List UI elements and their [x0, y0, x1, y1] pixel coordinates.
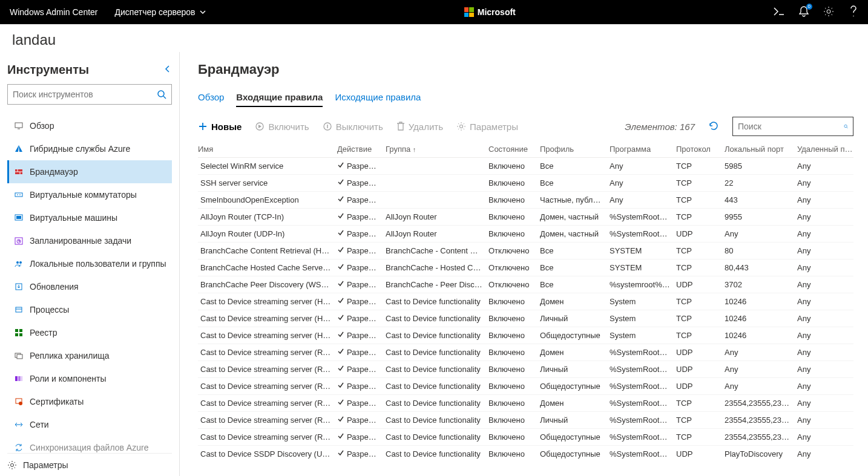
sidebar-item[interactable]: Виртуальные машины — [7, 206, 172, 229]
sidebar-item-label: Реестр — [30, 328, 58, 337]
cell-program: System — [610, 310, 676, 327]
sidebar-item-label: Сертификаты — [30, 397, 84, 406]
column-header[interactable]: Удаленный порт — [797, 141, 853, 158]
table-row[interactable]: AllJoyn Router (UDP-In)Разре…AllJoyn Rou… — [198, 226, 853, 243]
check-icon — [337, 449, 344, 458]
sidebar-item[interactable]: Виртуальные коммутаторы — [7, 183, 172, 206]
cell-state: Включено — [488, 412, 540, 429]
collapse-sidebar-icon[interactable] — [163, 65, 172, 76]
table-row[interactable]: Cast to Device streaming server (RTSP…Ра… — [198, 412, 853, 429]
table-row[interactable]: Cast to Device streaming server (RTCP…Ра… — [198, 378, 853, 395]
table-row[interactable]: Cast to Device streaming server (RTSP…Ра… — [198, 395, 853, 412]
sidebar-footer-settings[interactable]: Параметры — [7, 453, 172, 476]
help-icon[interactable] — [849, 5, 858, 19]
table-row[interactable]: BranchCache Peer Discovery (WSD-In)Разре… — [198, 276, 853, 293]
enable-button[interactable]: Включить — [255, 122, 309, 132]
cell-lport: 23554,23555,23556 — [725, 429, 797, 446]
params-button[interactable]: Параметры — [456, 122, 518, 132]
table-row[interactable]: SSH server serviceРазре…ВключеноВсеAnyTC… — [198, 175, 853, 192]
table-row[interactable]: Cast to Device streaming server (RTCP…Ра… — [198, 344, 853, 361]
cell-profile: Личный — [540, 310, 610, 327]
check-icon — [337, 348, 344, 357]
sidebar-title: Инструменты — [7, 63, 89, 77]
table-row[interactable]: Cast to Device streaming server (HTTP…Ра… — [198, 293, 853, 310]
table-row[interactable]: SmeInboundOpenExceptionРазре…ВключеноЧас… — [198, 192, 853, 209]
server-manager-label: Диспетчер серверов — [115, 7, 196, 17]
cell-state: Включено — [488, 310, 540, 327]
sidebar-item-label: Локальные пользователи и группы — [30, 259, 166, 269]
cell-rport: Any — [797, 243, 853, 259]
settings-icon[interactable] — [823, 6, 834, 19]
table-row[interactable]: Cast to Device streaming server (HTTP…Ра… — [198, 310, 853, 327]
disable-button[interactable]: Выключить — [323, 122, 383, 132]
brand-label[interactable]: Windows Admin Center — [10, 7, 98, 17]
table-row[interactable]: Selectel WinRM serviceРазре…ВключеноВсеA… — [198, 158, 853, 175]
cell-proto: UDP — [676, 378, 725, 395]
table-row[interactable]: BranchCache Content Retrieval (HTTP-…Раз… — [198, 243, 853, 259]
column-header[interactable]: Состояние — [488, 141, 540, 158]
cell-profile: Общедоступные — [540, 327, 610, 344]
tab-overview[interactable]: Обзор — [198, 92, 224, 107]
tab-incoming[interactable]: Входящие правила — [236, 92, 323, 107]
grid-search[interactable] — [732, 117, 853, 136]
cell-state: Включено — [488, 395, 540, 412]
table-row[interactable]: Cast to Device streaming server (RTCP…Ра… — [198, 361, 853, 378]
tab-outgoing[interactable]: Исходящие правила — [335, 92, 421, 107]
table-row[interactable]: BranchCache Hosted Cache Server (H…Разре… — [198, 259, 853, 276]
grid-search-input[interactable] — [738, 122, 844, 131]
sidebar-item[interactable]: Процессы — [7, 298, 172, 321]
cell-name: SSH server service — [198, 175, 337, 192]
check-icon — [337, 280, 344, 289]
sidebar-item[interactable]: Локальные пользователи и группы — [7, 252, 172, 275]
items-count: Элементов: 167 — [625, 122, 695, 132]
sidebar-item[interactable]: Брандмауэр — [7, 160, 172, 183]
delete-label: Удалить — [409, 122, 443, 132]
column-header[interactable]: Протокол — [676, 141, 725, 158]
sidebar-item[interactable]: Роли и компоненты — [7, 367, 172, 390]
cell-rport: Any — [797, 192, 853, 209]
new-button[interactable]: Новые — [198, 122, 242, 132]
powershell-icon[interactable] — [774, 7, 784, 18]
sidebar-item[interactable]: Синхронизация файлов Azure — [7, 436, 172, 453]
cell-rport: Any — [797, 361, 853, 378]
table-row[interactable]: AllJoyn Router (TCP-In)Разре…AllJoyn Rou… — [198, 209, 853, 226]
column-header[interactable]: Имя — [198, 141, 337, 158]
sidebar-item[interactable]: Сертификаты — [7, 390, 172, 413]
cell-lport: 22 — [725, 175, 797, 192]
svg-rect-19 — [15, 376, 18, 381]
column-header[interactable]: Профиль — [540, 141, 610, 158]
cell-program: %SystemRoot%\… — [610, 344, 676, 361]
notifications-icon[interactable]: 0 — [799, 6, 809, 19]
cell-group: BranchCache - Content Ret… — [386, 243, 488, 259]
table-row[interactable]: Cast to Device streaming server (RTSP…Ра… — [198, 429, 853, 446]
sidebar-search[interactable] — [7, 84, 172, 105]
sidebar-item-label: Синхронизация файлов Azure — [30, 443, 148, 452]
column-header[interactable]: Локальный порт — [725, 141, 797, 158]
cell-proto: TCP — [676, 327, 725, 344]
column-header[interactable]: Группа ↑ — [386, 141, 488, 158]
table-row[interactable]: Cast to Device streaming server (HTTP…Ра… — [198, 327, 853, 344]
svg-rect-2 — [15, 123, 22, 128]
cell-action: Разре… — [337, 378, 386, 395]
cell-program: SYSTEM — [610, 259, 676, 276]
cell-program: %SystemRoot%\… — [610, 395, 676, 412]
server-manager-dropdown[interactable]: Диспетчер серверов — [115, 7, 206, 17]
sidebar-item[interactable]: Запланированные задачи — [7, 229, 172, 252]
delete-button[interactable]: Удалить — [396, 122, 443, 132]
sidebar-item[interactable]: Сети — [7, 413, 172, 436]
sidebar-item[interactable]: Обзор — [7, 114, 172, 137]
sidebar-item[interactable]: Реплика хранилища — [7, 344, 172, 367]
check-icon — [337, 212, 344, 221]
cell-rport: Any — [797, 446, 853, 463]
cell-program: SYSTEM — [610, 243, 676, 259]
sidebar-item[interactable]: Обновления — [7, 275, 172, 298]
cell-profile: Все — [540, 259, 610, 276]
table-row[interactable]: Cast to Device SSDP Discovery (UDP-In)Ра… — [198, 446, 853, 463]
refresh-button[interactable] — [708, 120, 719, 133]
sidebar-item[interactable]: Гибридные службы Azure — [7, 137, 172, 160]
sidebar-item[interactable]: Реестр — [7, 321, 172, 344]
sidebar-search-input[interactable] — [13, 90, 157, 99]
column-header[interactable]: Программа — [610, 141, 676, 158]
column-header[interactable]: Действие — [337, 141, 386, 158]
cell-lport: PlayToDiscovery — [725, 446, 797, 463]
